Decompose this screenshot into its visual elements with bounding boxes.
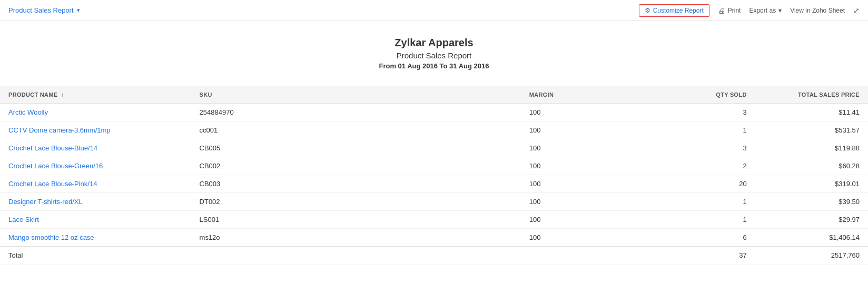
cell-sku: DT002 xyxy=(191,193,521,211)
cell-product-name: CCTV Dome camera-3.6mm/1mp xyxy=(0,121,191,139)
cell-total-sales-price: $29.97 xyxy=(755,211,868,229)
customize-report-button[interactable]: ⚙ Customize Report xyxy=(639,4,709,17)
report-title-dropdown[interactable]: Product Sales Report xyxy=(8,6,74,14)
cell-margin: 100 xyxy=(521,157,651,175)
cell-sku: cc001 xyxy=(191,121,521,139)
export-arrow: ▾ xyxy=(778,7,782,14)
cell-qty-sold: 3 xyxy=(651,104,755,121)
cell-qty-sold: 6 xyxy=(651,229,755,247)
table-row: Lace SkirtLS0011001$29.97 xyxy=(0,211,868,229)
cell-product-name: Crochet Lace Blouse-Pink/14 xyxy=(0,175,191,193)
cell-sku: CB003 xyxy=(191,175,521,193)
total-row: Total372517,760 xyxy=(0,247,868,265)
header-row: PRODUCT NAME ↑ SKU MARGIN QTY SOLD TOTAL… xyxy=(0,86,868,104)
cell-qty-sold: 1 xyxy=(651,193,755,211)
table-row: Arctic Woolly2548849701003$11.41 xyxy=(0,104,868,121)
cell-total-sales-price: $60.28 xyxy=(755,157,868,175)
cell-total-sales-price: $531.57 xyxy=(755,121,868,139)
product-name-link[interactable]: Crochet Lace Blouse-Pink/14 xyxy=(8,180,97,188)
cell-qty-sold: 3 xyxy=(651,139,755,157)
sort-arrow-product-name: ↑ xyxy=(61,92,64,98)
cell-qty-sold: 1 xyxy=(651,211,755,229)
cell-product-name: Arctic Woolly xyxy=(0,104,191,121)
table-body: Arctic Woolly2548849701003$11.41CCTV Dom… xyxy=(0,104,868,265)
print-label: Print xyxy=(728,7,741,14)
zoom-icon[interactable]: ⤢ xyxy=(853,6,860,15)
col-total-sales-price[interactable]: TOTAL SALES PRICE xyxy=(755,86,868,104)
cell-product-name: Mango smoothie 12 oz case xyxy=(0,229,191,247)
toolbar-left: Product Sales Report ▾ xyxy=(8,6,80,14)
cell-margin: 100 xyxy=(521,229,651,247)
cell-sku: CB005 xyxy=(191,139,521,157)
cell-margin: 100 xyxy=(521,121,651,139)
report-header: Zylkar Apparels Product Sales Report Fro… xyxy=(0,21,868,80)
cell-total-sales-price: $319.01 xyxy=(755,175,868,193)
cell-sku: ms12o xyxy=(191,229,521,247)
col-qty-sold[interactable]: QTY SOLD xyxy=(651,86,755,104)
table-row: Crochet Lace Blouse-Pink/14CB00310020$31… xyxy=(0,175,868,193)
total-label: Total xyxy=(0,247,191,265)
export-label: Export as xyxy=(749,7,776,14)
cell-product-name: Lace Skirt xyxy=(0,211,191,229)
customize-icon: ⚙ xyxy=(645,7,650,14)
cell-total-sales-price: $11.41 xyxy=(755,104,868,121)
cell-margin: 100 xyxy=(521,175,651,193)
cell-qty-sold: 2 xyxy=(651,157,755,175)
col-margin[interactable]: MARGIN xyxy=(521,86,651,104)
total-qty-sold: 37 xyxy=(651,247,755,265)
product-name-link[interactable]: Arctic Woolly xyxy=(8,108,48,116)
cell-product-name: Designer T-shirts-red/XL xyxy=(0,193,191,211)
toolbar-right: ⚙ Customize Report 🖨 Print Export as ▾ V… xyxy=(639,4,860,17)
cell-qty-sold: 20 xyxy=(651,175,755,193)
print-button[interactable]: 🖨 Print xyxy=(718,6,741,15)
total-sales-price: 2517,760 xyxy=(755,247,868,265)
company-name: Zylkar Apparels xyxy=(0,37,868,49)
cell-total-sales-price: $39.50 xyxy=(755,193,868,211)
cell-sku: LS001 xyxy=(191,211,521,229)
product-sales-table: PRODUCT NAME ↑ SKU MARGIN QTY SOLD TOTAL… xyxy=(0,86,868,265)
view-zoho-sheet-button[interactable]: View in Zoho Sheet xyxy=(790,7,845,14)
cell-total-sales-price: $1,406.14 xyxy=(755,229,868,247)
product-name-link[interactable]: Crochet Lace Blouse-Green/16 xyxy=(8,162,103,170)
customize-label: Customize Report xyxy=(653,7,704,14)
cell-total-sales-price: $119.88 xyxy=(755,139,868,157)
product-name-link[interactable]: Designer T-shirts-red/XL xyxy=(8,198,83,206)
cell-qty-sold: 1 xyxy=(651,121,755,139)
export-button[interactable]: Export as ▾ xyxy=(749,7,782,14)
toolbar: Product Sales Report ▾ ⚙ Customize Repor… xyxy=(0,0,868,21)
cell-product-name: Crochet Lace Blouse-Green/16 xyxy=(0,157,191,175)
print-icon: 🖨 xyxy=(718,6,725,15)
table-row: Designer T-shirts-red/XLDT0021001$39.50 xyxy=(0,193,868,211)
product-name-link[interactable]: Mango smoothie 12 oz case xyxy=(8,233,94,241)
table-header: PRODUCT NAME ↑ SKU MARGIN QTY SOLD TOTAL… xyxy=(0,86,868,104)
report-date-range: From 01 Aug 2016 To 31 Aug 2016 xyxy=(0,62,868,70)
cell-margin: 100 xyxy=(521,104,651,121)
product-name-link[interactable]: Crochet Lace Blouse-Blue/14 xyxy=(8,144,97,152)
cell-sku: 254884970 xyxy=(191,104,521,121)
cell-margin: 100 xyxy=(521,211,651,229)
col-product-name[interactable]: PRODUCT NAME ↑ xyxy=(0,86,191,104)
cell-sku: CB002 xyxy=(191,157,521,175)
report-name: Product Sales Report xyxy=(0,51,868,60)
total-margin-empty xyxy=(521,247,651,265)
cell-margin: 100 xyxy=(521,139,651,157)
product-name-link[interactable]: Lace Skirt xyxy=(8,216,39,223)
report-title-arrow[interactable]: ▾ xyxy=(77,7,80,14)
cell-margin: 100 xyxy=(521,193,651,211)
cell-product-name: Crochet Lace Blouse-Blue/14 xyxy=(0,139,191,157)
table-row: Mango smoothie 12 oz casems12o1006$1,406… xyxy=(0,229,868,247)
product-name-link[interactable]: CCTV Dome camera-3.6mm/1mp xyxy=(8,126,111,134)
table-row: Crochet Lace Blouse-Green/16CB0021002$60… xyxy=(0,157,868,175)
col-sku[interactable]: SKU xyxy=(191,86,521,104)
table-row: CCTV Dome camera-3.6mm/1mpcc0011001$531.… xyxy=(0,121,868,139)
table-row: Crochet Lace Blouse-Blue/14CB0051003$119… xyxy=(0,139,868,157)
view-label: View in Zoho Sheet xyxy=(790,7,845,14)
total-sku-empty xyxy=(191,247,521,265)
